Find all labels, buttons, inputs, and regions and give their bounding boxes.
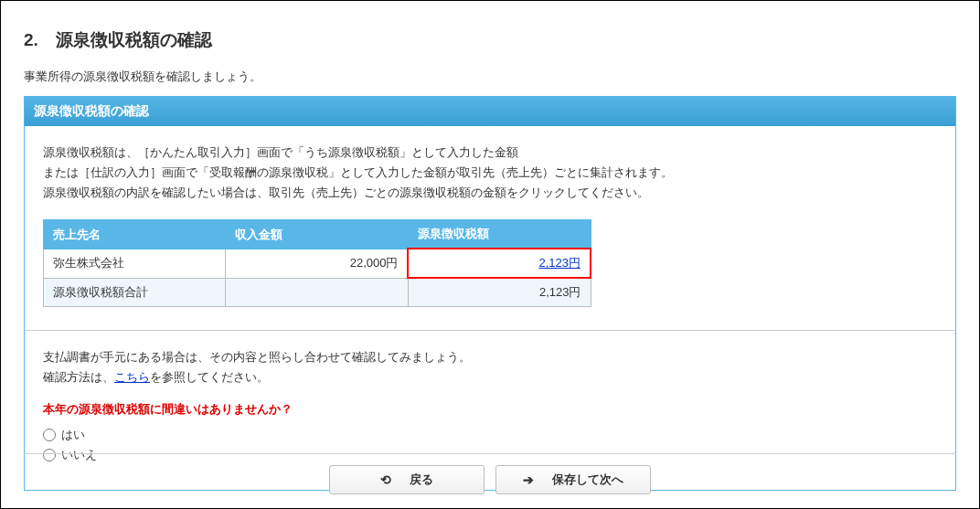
check-desc: 支払調書が手元にある場合は、その内容と照らし合わせて確認してみましょう。 確認方…: [43, 347, 937, 387]
cell-income: 22,000円: [226, 249, 409, 278]
next-arrow-icon: ➔: [523, 472, 534, 487]
withholding-table: 売上先名 収入金額 源泉徴収税額 弥生株式会社 22,000円 2,123円: [43, 219, 591, 307]
question-text: 本年の源泉徴収税額に間違いはありませんか？: [43, 401, 937, 418]
check-desc-line2: 確認方法は、こちらを参照してください。: [43, 367, 937, 387]
total-tax: 2,123円: [408, 278, 591, 307]
tax-amount-link[interactable]: 2,123円: [538, 256, 581, 270]
cell-name: 弥生株式会社: [44, 249, 226, 278]
header-tax: 源泉徴収税額: [408, 220, 591, 249]
save-next-button-label: 保存して次へ: [552, 472, 623, 488]
header-income: 収入金額: [226, 220, 409, 249]
check-desc-suffix: を参照してください。: [150, 370, 269, 384]
panel-body-top: 源泉徴収税額は、［かんたん取引入力］画面で「うち源泉徴収税額」として入力した金額…: [25, 126, 955, 331]
total-income: [226, 278, 409, 307]
back-button-label: 戻る: [410, 472, 433, 488]
help-link[interactable]: こちら: [114, 370, 150, 384]
panel-header: 源泉徴収税額の確認: [25, 97, 955, 126]
page-desc: 事業所得の源泉徴収税額を確認しましょう。: [24, 69, 956, 85]
footer-buttons: ⟲ 戻る ➔ 保存して次へ: [24, 453, 956, 494]
info-text: 源泉徴収税額は、［かんたん取引入力］画面で「うち源泉徴収税額」として入力した金額…: [43, 143, 937, 203]
info-line-2: または［仕訳の入力］画面で「受取報酬の源泉徴収税」として入力した金額が取引先（売…: [43, 163, 937, 183]
check-desc-prefix: 確認方法は、: [43, 370, 114, 384]
table-header-row: 売上先名 収入金額 源泉徴収税額: [44, 220, 591, 249]
total-label: 源泉徴収税額合計: [44, 278, 226, 307]
info-line-1: 源泉徴収税額は、［かんたん取引入力］画面で「うち源泉徴収税額」として入力した金額: [43, 143, 937, 163]
header-name: 売上先名: [44, 220, 226, 249]
page-title: 2. 源泉徴収税額の確認: [24, 28, 956, 52]
table-total-row: 源泉徴収税額合計 2,123円: [44, 278, 591, 307]
back-arrow-icon: ⟲: [380, 472, 391, 487]
info-line-3: 源泉徴収税額の内訳を確認したい場合は、取引先（売上先）ごとの源泉徴収税額の金額を…: [43, 183, 937, 203]
table-row: 弥生株式会社 22,000円 2,123円: [44, 249, 591, 278]
save-next-button[interactable]: ➔ 保存して次へ: [495, 465, 651, 494]
withholding-panel: 源泉徴収税額の確認 源泉徴収税額は、［かんたん取引入力］画面で「うち源泉徴収税額…: [24, 96, 956, 491]
radio-yes[interactable]: [43, 429, 56, 441]
back-button[interactable]: ⟲ 戻る: [329, 465, 485, 494]
cell-tax-link[interactable]: 2,123円: [408, 249, 591, 278]
radio-yes-label[interactable]: はい: [61, 427, 85, 443]
check-desc-line1: 支払調書が手元にある場合は、その内容と照らし合わせて確認してみましょう。: [43, 347, 937, 367]
